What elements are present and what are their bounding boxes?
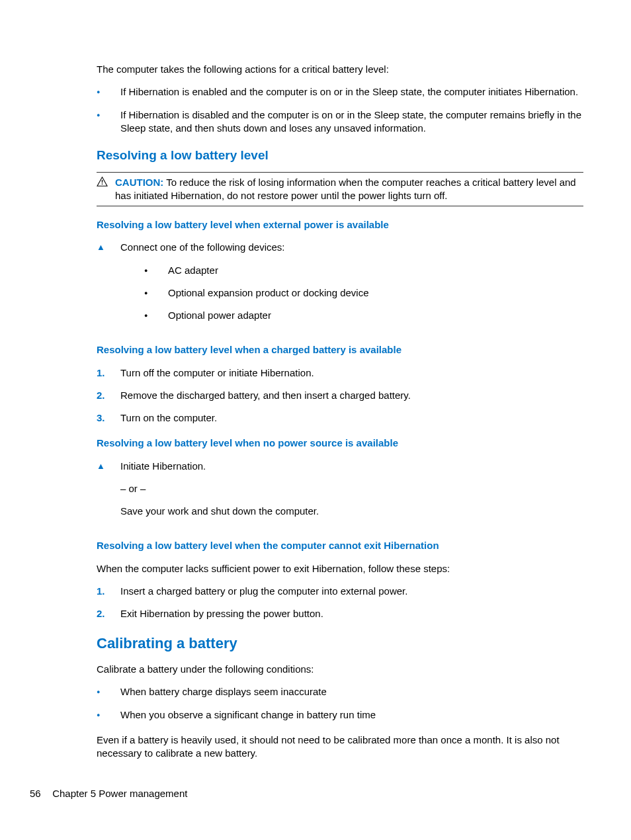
svg-rect-1: [102, 183, 103, 185]
actions-list: If Hibernation is enabled and the comput…: [97, 85, 583, 135]
step-initiate-hibernation: ▲ Initiate Hibernation. – or – Save your…: [97, 460, 583, 528]
heading-calibrating: Calibrating a battery: [97, 634, 583, 653]
list-item: When you observe a significant change in…: [97, 708, 583, 722]
step-text: Turn off the computer or initiate Hibern…: [120, 366, 314, 380]
item-text: When battery charge displays seem inaccu…: [120, 685, 327, 698]
connect-intro: Connect one of the following devices:: [120, 241, 285, 253]
calibrate-intro: Calibrate a battery under the following …: [97, 663, 583, 676]
caution-icon: [97, 176, 115, 203]
list-item: When battery charge displays seem inaccu…: [97, 685, 583, 698]
step-number: 2.: [97, 607, 120, 620]
list-item: Optional expansion product or docking de…: [144, 286, 583, 300]
item-text: Optional expansion product or docking de…: [168, 286, 369, 300]
step-text: Exit Hibernation by pressing the power b…: [120, 607, 323, 620]
step-text: Remove the discharged battery, and then …: [120, 389, 411, 402]
intro-text: The computer takes the following actions…: [97, 63, 583, 76]
list-item: If Hibernation is disabled and the compu…: [97, 108, 583, 136]
list-item: 2.Remove the discharged battery, and the…: [97, 389, 583, 402]
caution-box: CAUTION: To reduce the risk of losing in…: [97, 172, 583, 207]
heading-charged-battery: Resolving a low battery level when a cha…: [97, 343, 583, 357]
step-number: 3.: [97, 411, 120, 425]
caution-text: CAUTION: To reduce the risk of losing in…: [115, 176, 583, 203]
calibrate-list: When battery charge displays seem inaccu…: [97, 685, 583, 722]
step-text: Insert a charged battery or plug the com…: [120, 585, 407, 598]
calibrate-note: Even if a battery is heavily used, it sh…: [97, 734, 583, 761]
page-number: 56: [30, 787, 50, 800]
page-content: The computer takes the following actions…: [48, 63, 583, 760]
page-footer: 56 Chapter 5 Power management: [30, 787, 187, 800]
triangle-icon: ▲: [97, 241, 120, 331]
nopower-line2: Save your work and shut down the compute…: [120, 505, 583, 518]
chapter-label: Chapter 5 Power management: [52, 788, 187, 799]
item-text: If Hibernation is enabled and the comput…: [120, 85, 578, 99]
caution-body: To reduce the risk of losing information…: [115, 177, 576, 201]
item-text: If Hibernation is disabled and the compu…: [120, 108, 583, 136]
list-item: 3.Turn on the computer.: [97, 411, 583, 425]
cannotexit-steps: 1.Insert a charged battery or plug the c…: [97, 585, 583, 621]
step-number: 1.: [97, 585, 120, 598]
heading-cannot-exit: Resolving a low battery level when the c…: [97, 539, 583, 552]
step-connect: ▲ Connect one of the following devices: …: [97, 241, 583, 331]
list-item: Optional power adapter: [144, 309, 583, 322]
heading-resolving: Resolving a low battery level: [97, 147, 583, 164]
list-item: 2.Exit Hibernation by pressing the power…: [97, 607, 583, 620]
item-text: When you observe a significant change in…: [120, 708, 376, 722]
nopower-or: – or –: [120, 482, 583, 495]
list-item: AC adapter: [144, 264, 583, 277]
cannotexit-intro: When the computer lacks sufficient power…: [97, 562, 583, 575]
list-item: 1.Turn off the computer or initiate Hibe…: [97, 366, 583, 380]
caution-label: CAUTION:: [115, 177, 163, 188]
step-number: 2.: [97, 389, 120, 402]
list-item: If Hibernation is enabled and the comput…: [97, 85, 583, 99]
nopower-line1: Initiate Hibernation.: [120, 460, 583, 473]
step-text: Turn on the computer.: [120, 411, 217, 425]
svg-rect-0: [102, 180, 103, 183]
heading-no-power: Resolving a low battery level when no po…: [97, 437, 583, 450]
step-number: 1.: [97, 366, 120, 380]
heading-external-power: Resolving a low battery level when exter…: [97, 218, 583, 231]
item-text: Optional power adapter: [168, 309, 271, 322]
list-item: 1.Insert a charged battery or plug the c…: [97, 585, 583, 598]
triangle-icon: ▲: [97, 460, 120, 528]
connect-devices-list: AC adapter Optional expansion product or…: [120, 264, 583, 323]
item-text: AC adapter: [168, 264, 218, 277]
charged-steps: 1.Turn off the computer or initiate Hibe…: [97, 366, 583, 425]
